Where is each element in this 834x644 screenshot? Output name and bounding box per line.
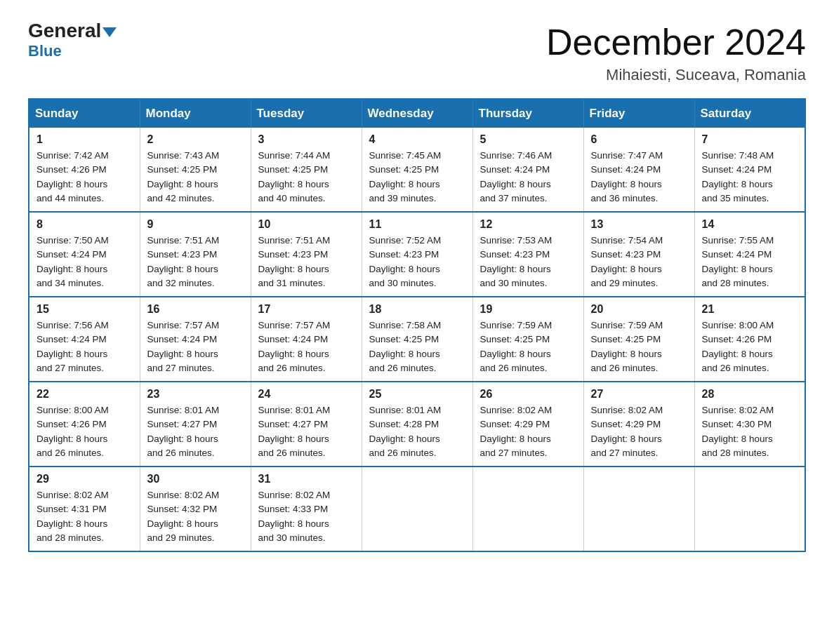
day-number: 4 — [369, 133, 465, 146]
table-row: 10 Sunrise: 7:51 AM Sunset: 4:23 PM Dayl… — [251, 212, 362, 297]
day-info: Sunrise: 7:51 AM Sunset: 4:23 PM Dayligh… — [147, 234, 244, 290]
day-info: Sunrise: 7:55 AM Sunset: 4:24 PM Dayligh… — [702, 234, 798, 290]
table-row: 8 Sunrise: 7:50 AM Sunset: 4:24 PM Dayli… — [29, 212, 140, 297]
day-info: Sunrise: 8:02 AM Sunset: 4:32 PM Dayligh… — [147, 488, 244, 545]
table-row: 23 Sunrise: 8:01 AM Sunset: 4:27 PM Dayl… — [140, 382, 251, 467]
table-row: 20 Sunrise: 7:59 AM Sunset: 4:25 PM Dayl… — [583, 297, 694, 382]
day-number: 23 — [147, 388, 244, 401]
table-row: 27 Sunrise: 8:02 AM Sunset: 4:29 PM Dayl… — [583, 382, 694, 467]
table-row: 31 Sunrise: 8:02 AM Sunset: 4:33 PM Dayl… — [251, 467, 362, 551]
table-row: 25 Sunrise: 8:01 AM Sunset: 4:28 PM Dayl… — [362, 382, 472, 467]
day-info: Sunrise: 8:00 AM Sunset: 4:26 PM Dayligh… — [702, 318, 798, 375]
day-number: 14 — [702, 218, 798, 231]
day-number: 7 — [702, 133, 798, 146]
day-info: Sunrise: 7:52 AM Sunset: 4:23 PM Dayligh… — [369, 234, 465, 290]
day-number: 3 — [258, 133, 355, 146]
table-row: 17 Sunrise: 7:57 AM Sunset: 4:24 PM Dayl… — [251, 297, 362, 382]
day-number: 21 — [702, 303, 798, 316]
table-row — [694, 467, 805, 551]
day-info: Sunrise: 7:47 AM Sunset: 4:24 PM Dayligh… — [591, 149, 687, 206]
table-row: 15 Sunrise: 7:56 AM Sunset: 4:24 PM Dayl… — [29, 297, 140, 382]
logo-general: General — [28, 20, 101, 41]
day-info: Sunrise: 7:46 AM Sunset: 4:24 PM Dayligh… — [480, 149, 576, 206]
table-row: 3 Sunrise: 7:44 AM Sunset: 4:25 PM Dayli… — [251, 128, 362, 212]
page-title: December 2024 — [546, 21, 806, 63]
day-number: 25 — [369, 388, 465, 401]
table-row: 26 Sunrise: 8:02 AM Sunset: 4:29 PM Dayl… — [472, 382, 583, 467]
table-row: 6 Sunrise: 7:47 AM Sunset: 4:24 PM Dayli… — [583, 128, 694, 212]
col-sunday: Sunday — [29, 99, 140, 128]
day-info: Sunrise: 8:02 AM Sunset: 4:31 PM Dayligh… — [37, 488, 133, 545]
day-info: Sunrise: 7:59 AM Sunset: 4:25 PM Dayligh… — [591, 318, 687, 375]
day-info: Sunrise: 7:43 AM Sunset: 4:25 PM Dayligh… — [147, 149, 244, 206]
calendar-week-1: 1 Sunrise: 7:42 AM Sunset: 4:26 PM Dayli… — [29, 128, 805, 212]
table-row: 2 Sunrise: 7:43 AM Sunset: 4:25 PM Dayli… — [140, 128, 251, 212]
table-row: 13 Sunrise: 7:54 AM Sunset: 4:23 PM Dayl… — [583, 212, 694, 297]
table-row: 7 Sunrise: 7:48 AM Sunset: 4:24 PM Dayli… — [694, 128, 805, 212]
day-info: Sunrise: 7:54 AM Sunset: 4:23 PM Dayligh… — [591, 234, 687, 290]
day-number: 24 — [258, 388, 355, 401]
table-row: 16 Sunrise: 7:57 AM Sunset: 4:24 PM Dayl… — [140, 297, 251, 382]
day-info: Sunrise: 8:02 AM Sunset: 4:33 PM Dayligh… — [258, 488, 355, 545]
table-row: 21 Sunrise: 8:00 AM Sunset: 4:26 PM Dayl… — [694, 297, 805, 382]
day-info: Sunrise: 7:51 AM Sunset: 4:23 PM Dayligh… — [258, 234, 355, 290]
day-info: Sunrise: 7:42 AM Sunset: 4:26 PM Dayligh… — [37, 149, 133, 206]
table-row: 22 Sunrise: 8:00 AM Sunset: 4:26 PM Dayl… — [29, 382, 140, 467]
day-info: Sunrise: 8:01 AM Sunset: 4:28 PM Dayligh… — [369, 403, 465, 460]
col-tuesday: Tuesday — [251, 99, 362, 128]
day-info: Sunrise: 8:02 AM Sunset: 4:29 PM Dayligh… — [591, 403, 687, 460]
col-friday: Friday — [583, 99, 694, 128]
day-info: Sunrise: 7:57 AM Sunset: 4:24 PM Dayligh… — [147, 318, 244, 375]
table-row: 24 Sunrise: 8:01 AM Sunset: 4:27 PM Dayl… — [251, 382, 362, 467]
day-number: 27 — [591, 388, 687, 401]
calendar-week-2: 8 Sunrise: 7:50 AM Sunset: 4:24 PM Dayli… — [29, 212, 805, 297]
day-info: Sunrise: 8:01 AM Sunset: 4:27 PM Dayligh… — [258, 403, 355, 460]
day-info: Sunrise: 7:50 AM Sunset: 4:24 PM Dayligh… — [37, 234, 133, 290]
day-info: Sunrise: 7:48 AM Sunset: 4:24 PM Dayligh… — [702, 149, 798, 206]
day-info: Sunrise: 7:53 AM Sunset: 4:23 PM Dayligh… — [480, 234, 576, 290]
table-row: 4 Sunrise: 7:45 AM Sunset: 4:25 PM Dayli… — [362, 128, 472, 212]
table-row: 9 Sunrise: 7:51 AM Sunset: 4:23 PM Dayli… — [140, 212, 251, 297]
title-block: December 2024 Mihaiesti, Suceava, Romani… — [546, 21, 806, 84]
table-row: 30 Sunrise: 8:02 AM Sunset: 4:32 PM Dayl… — [140, 467, 251, 551]
day-number: 22 — [37, 388, 133, 401]
day-info: Sunrise: 8:02 AM Sunset: 4:29 PM Dayligh… — [480, 403, 576, 460]
table-row: 1 Sunrise: 7:42 AM Sunset: 4:26 PM Dayli… — [29, 128, 140, 212]
table-row: 11 Sunrise: 7:52 AM Sunset: 4:23 PM Dayl… — [362, 212, 472, 297]
col-wednesday: Wednesday — [362, 99, 472, 128]
calendar-week-4: 22 Sunrise: 8:00 AM Sunset: 4:26 PM Dayl… — [29, 382, 805, 467]
day-number: 17 — [258, 303, 355, 316]
table-row — [472, 467, 583, 551]
page-subtitle: Mihaiesti, Suceava, Romania — [546, 66, 806, 84]
day-number: 20 — [591, 303, 687, 316]
col-monday: Monday — [140, 99, 251, 128]
day-number: 28 — [702, 388, 798, 401]
table-row: 18 Sunrise: 7:58 AM Sunset: 4:25 PM Dayl… — [362, 297, 472, 382]
day-info: Sunrise: 8:01 AM Sunset: 4:27 PM Dayligh… — [147, 403, 244, 460]
logo-triangle-icon — [102, 27, 117, 37]
calendar-week-5: 29 Sunrise: 8:02 AM Sunset: 4:31 PM Dayl… — [29, 467, 805, 551]
day-number: 10 — [258, 218, 355, 231]
day-info: Sunrise: 7:45 AM Sunset: 4:25 PM Dayligh… — [369, 149, 465, 206]
calendar-header: Sunday Monday Tuesday Wednesday Thursday… — [29, 99, 805, 128]
logo: General Blue — [28, 21, 117, 60]
day-number: 2 — [147, 133, 244, 146]
table-row: 28 Sunrise: 8:02 AM Sunset: 4:30 PM Dayl… — [694, 382, 805, 467]
day-info: Sunrise: 7:59 AM Sunset: 4:25 PM Dayligh… — [480, 318, 576, 375]
day-info: Sunrise: 8:00 AM Sunset: 4:26 PM Dayligh… — [37, 403, 133, 460]
day-info: Sunrise: 7:56 AM Sunset: 4:24 PM Dayligh… — [37, 318, 133, 375]
table-row: 14 Sunrise: 7:55 AM Sunset: 4:24 PM Dayl… — [694, 212, 805, 297]
day-info: Sunrise: 7:57 AM Sunset: 4:24 PM Dayligh… — [258, 318, 355, 375]
day-number: 19 — [480, 303, 576, 316]
day-number: 8 — [37, 218, 133, 231]
calendar-week-3: 15 Sunrise: 7:56 AM Sunset: 4:24 PM Dayl… — [29, 297, 805, 382]
table-row — [362, 467, 472, 551]
calendar-table: Sunday Monday Tuesday Wednesday Thursday… — [28, 98, 806, 552]
day-info: Sunrise: 7:58 AM Sunset: 4:25 PM Dayligh… — [369, 318, 465, 375]
day-number: 9 — [147, 218, 244, 231]
calendar-body: 1 Sunrise: 7:42 AM Sunset: 4:26 PM Dayli… — [29, 128, 805, 551]
day-number: 12 — [480, 218, 576, 231]
table-row: 12 Sunrise: 7:53 AM Sunset: 4:23 PM Dayl… — [472, 212, 583, 297]
page-header: General Blue December 2024 Mihaiesti, Su… — [28, 21, 806, 84]
header-row: Sunday Monday Tuesday Wednesday Thursday… — [29, 99, 805, 128]
